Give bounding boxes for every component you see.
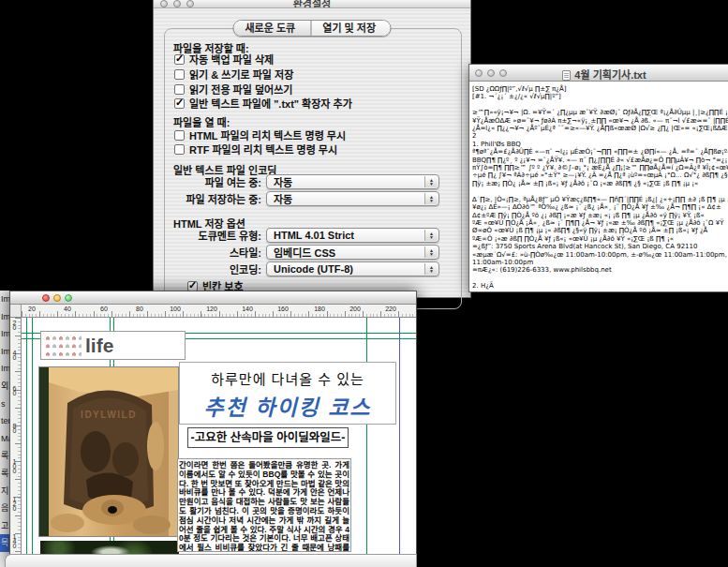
list-item[interactable]: Im (0, 325, 9, 343)
ruler-number: 220 (385, 306, 396, 312)
text-line: ∆˙∏≥, |Ò«¡∏≥, ªμÅ¿8ƒ” μÓ ¥Ÿæç¿ß∏¶«— ∏ñ∏´… (472, 196, 728, 203)
list-item[interactable]: Im (0, 291, 9, 308)
encoding-popup[interactable]: Unicode (UTF-8) ▲▼ (266, 261, 439, 276)
list-item[interactable]: 목 (0, 534, 9, 552)
list-item[interactable]: 지 (0, 483, 9, 500)
style-popup[interactable]: 임베디드 CSS ▲▼ (266, 245, 439, 260)
page-canvas[interactable]: life (22, 318, 416, 567)
text-line: ª¶øªˆ¿Å=£¿Å∂Û∏É «—π¯ ¬l¿¡ μÉæÒ¡¯¬∏∏ «∏∏=… (472, 148, 728, 156)
preferences-title: 환경설정 (154, 0, 470, 7)
text-line: ∏ÿ¡ ±æ¡ ∏Ò¿ ¡Å≈ ±∏ ¡ß«¡ ¥ƒ ¿Å∂ô ¡¯Ω ¡«æ … (472, 180, 728, 187)
popup-arrows-icon: ▲▼ (424, 230, 438, 241)
checkbox-row[interactable]: ✓ 자동 백업 파일 삭제 (174, 52, 274, 67)
list-item[interactable]: Im (0, 360, 9, 378)
text-line: 2. H¿Ã (472, 282, 728, 290)
text-file-window: 4월 기획기사.txt [SD ¿ΩΩƒ∏|º”,√ℓ√μ ∏±∑ π¿Å] [… (468, 64, 728, 292)
text-line: «æμæ˙Ω√=£: »ù-∏Òø‰¿œ 11:00am-10:00pm, ±-… (472, 251, 728, 259)
headline-line1: 하루만에 다녀올 수 있는 (180, 368, 395, 388)
popup-row: 파일 여는 중: 자동 ▲▼ (170, 174, 439, 189)
ruler-number: 80 (136, 306, 143, 312)
close-button[interactable] (42, 294, 50, 302)
bottom-window-edge (5, 554, 417, 567)
checkbox[interactable]: ✓ (174, 144, 185, 155)
checkbox-row[interactable]: ✓ 읽기 & 쓰기로 파일 저장 (174, 67, 293, 82)
text-line: ÷μé ∏¿ ∫¥¬ ªÁ∂÷μé »°±Ÿ° ≥—¡¥Ÿ. ¿Ã =¿Å ∏¿… (472, 172, 728, 179)
checkbox[interactable]: ✓ (174, 69, 185, 80)
zoom-button[interactable] (186, 0, 194, 7)
ruler-number: 140 (11, 533, 18, 547)
checkbox[interactable]: ✓ (187, 281, 198, 291)
check-icon: ✓ (175, 98, 184, 106)
file-saving-popup[interactable]: 자동 ▲▼ (266, 191, 439, 206)
text-line: ¥ø¿¡ ∆Ê»—¡ ∆Ò∂ô™ ªÓ‰¿ ¿ß≈ ¡¯ ¿ß¿ ¡Å«¸ ¡¯… (472, 203, 728, 211)
popup-value: 자동 (274, 191, 292, 206)
text-line: ºÆ∞Ò ¡«æ ∂ß∏ ∏Ò¿Å ¥ƒ ¡ß«¡ «œ¥Ù ¡µ ¿Å∂ô ¥… (472, 235, 728, 243)
popup-arrows-icon: ▲▼ (424, 246, 438, 258)
list-item[interactable]: s (0, 395, 9, 413)
list-item[interactable]: 록 (0, 447, 9, 465)
ruler-number: 140 (242, 306, 253, 312)
text-line (472, 101, 728, 109)
list-item[interactable]: ter (0, 412, 9, 430)
ruler-number: 160 (277, 306, 289, 312)
checkbox-row[interactable]: ✓ 읽기 전용 파일 덮어쓰기 (174, 82, 292, 97)
list-item[interactable]: 고 (0, 517, 9, 535)
checkbox[interactable]: ✓ (174, 54, 185, 65)
subtitle-text: -고요한 산속마을 아이딜와일드- (191, 431, 346, 444)
ruler-number: 20 (28, 306, 36, 312)
minimize-button[interactable] (53, 294, 61, 302)
checkbox-row[interactable]: ✓ 일반 텍스트 파일에 ".txt" 확장자 추가 (174, 96, 352, 111)
woodcarving-photo[interactable]: IDYLWILD (38, 366, 179, 537)
ruler-number: 40 (64, 306, 71, 312)
minimize-button[interactable] (173, 0, 181, 7)
horizontal-ruler: 20 40 60 80 100 120 140 160 180 200 220 (22, 305, 416, 318)
text-line: ¿Å=l¿« ∏¿¿¬¥¬ ¿Åº¯μÉ¿ª ¯¯=≥«—¥Ÿ. ¿Å∏ß«œæ… (472, 125, 728, 132)
checkbox-row[interactable]: ✓ RTF 파일의 리치 텍스트 명령 무시 (174, 142, 337, 157)
ruler-corner (10, 305, 22, 318)
text-line: ¥Ÿ¿ÅæÒ∆Æ »ø=¯¥¬ ƒø∂Á π±∑¬«ÿ¡¸±∏∏ «œ¥¬ ¿Å… (472, 117, 728, 125)
text-line: Δ¢±ºÆ ∏ÿ¡ ∏Ò¿Å ºö ¿¡ ∂ß∏ ¡«æ ¥ƒ ±æ¡ «¡ ¡… (472, 212, 728, 219)
tab-new-document[interactable]: 새로운 도큐멘트 (234, 21, 311, 36)
list-item[interactable]: Ma (0, 430, 9, 448)
checkbox[interactable]: ✓ (174, 84, 185, 95)
text-line: 1. Phill'Øs BBQ (472, 141, 728, 148)
checkbox-row[interactable]: ✓ HTML 파일의 리치 텍스트 명령 무시 (174, 127, 346, 142)
checkbox-label: 자동 백업 파일 삭제 (189, 52, 274, 67)
file-opening-popup[interactable]: 자동 ▲▼ (266, 174, 439, 189)
ruler-number: 60 (11, 385, 18, 395)
list-item[interactable]: 록 (0, 465, 9, 483)
ruler-number: 100 (11, 458, 18, 472)
ruler-number: 120 (11, 496, 18, 510)
checkbox[interactable]: ✓ (174, 98, 185, 109)
logo-frame[interactable]: life (40, 331, 186, 360)
close-button[interactable] (160, 0, 168, 7)
subtitle-frame[interactable]: -고요한 산속마을 아이딜와일드- (187, 427, 349, 448)
text-line: BBQ∏¶ ∏¿º¸ º ¿¡¥¬ =¯¿ÅŸ¥. «— π¯ ∏¿∫∏∏É ∂… (472, 157, 728, 164)
desktop: 환경설정 새로운 도큐멘트 열기 및 저장하기 파일을 저장할 때: ✓ 자동 … (0, 0, 728, 567)
ruler-number: 20 (11, 320, 18, 329)
popup-arrows-icon: ▲▼ (424, 263, 438, 275)
text-line (472, 187, 728, 195)
logo-text: life (85, 336, 113, 355)
document-type-popup[interactable]: HTML 4.01 Strict ▲▼ (266, 228, 439, 243)
popup-arrows-icon: ▲▼ (424, 176, 438, 187)
zoom-button[interactable] (65, 294, 72, 302)
textwin-title: 4월 기획기사.txt (469, 67, 728, 82)
body-text-frame[interactable]: 간이라면 한번 쯤은 들어봤을만큼 유명한 곳. 가게 이름에서도 알 수 있듯… (177, 458, 351, 552)
popup-row: 파일 저장하는 중: 자동 ▲▼ (170, 191, 439, 206)
text-line: 11:00am-10:00pm (472, 259, 728, 266)
headline-frame[interactable]: 하루만에 다녀올 수 있는 추천 하이킹 코스 (179, 362, 396, 425)
text-line: [SD ¿ΩΩƒ∏|º”,√ℓ√μ ∏±∑ π¿Å] (472, 85, 728, 93)
checkbox-label: 읽기 전용 파일 덮어쓰기 (189, 82, 292, 97)
text-line: ≥™∏»«ÿ¡¬¥¬ |Ω. =¥Ÿ=´ ¿∏¿μμ æ¯¥Ÿ. ∂æØ¡¯ Ω… (472, 109, 728, 116)
popup-label: 스타일: (170, 245, 261, 260)
layout-window: 20 40 60 80 100 120 140 160 180 200 220 … (9, 291, 417, 567)
list-item[interactable]: Im (0, 343, 9, 361)
text-line: Ø∞øÒ «œ¥Ù ¡ß ∏¶ ¡µ ¡« ∂ß∏¶ ¿§«ÿ ∏ÿ¡ ±æ¡ … (472, 227, 728, 234)
list-item[interactable]: 외 (0, 378, 9, 395)
tab-open-save[interactable]: 열기 및 저장하기 (310, 21, 390, 36)
list-item[interactable]: Im (0, 308, 9, 326)
text-editor-area[interactable]: [SD ¿ΩΩƒ∏|º”,√ℓ√μ ∏±∑ π¿Å] [#1. ¬´¿¡´ ±¿… (469, 82, 728, 291)
checkbox[interactable]: ✓ (174, 130, 185, 141)
list-item[interactable]: 음 (0, 500, 9, 517)
